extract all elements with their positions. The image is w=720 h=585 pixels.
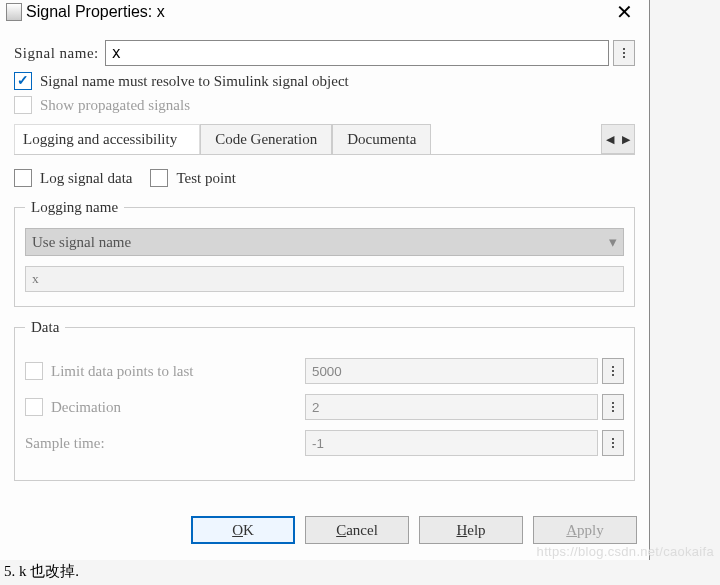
sample-time-action-button bbox=[602, 430, 624, 456]
watermark: https://blog.csdn.net/caokaifa bbox=[537, 544, 714, 559]
titlebar: Signal Properties: x ✕ bbox=[0, 0, 649, 28]
resolve-label: Signal name must resolve to Simulink sig… bbox=[40, 73, 349, 90]
limit-input bbox=[305, 358, 598, 384]
log-signal-checkbox[interactable] bbox=[14, 169, 32, 187]
chevron-down-icon: ▾ bbox=[609, 233, 617, 251]
logging-name-value bbox=[25, 266, 624, 292]
dialog-window: Signal Properties: x ✕ Signal name: Sign… bbox=[0, 0, 650, 560]
tab-scroll[interactable]: ◀ ▶ bbox=[601, 124, 635, 154]
decimation-checkbox bbox=[25, 398, 43, 416]
show-propagated-label: Show propagated signals bbox=[40, 97, 190, 114]
tab-scroll-left-icon[interactable]: ◀ bbox=[602, 125, 618, 153]
tab-scroll-right-icon[interactable]: ▶ bbox=[618, 125, 634, 153]
footer-text: 5. k 也改掉. bbox=[4, 562, 79, 581]
sample-time-input bbox=[305, 430, 598, 456]
app-icon bbox=[6, 3, 22, 21]
sample-time-label: Sample time: bbox=[25, 435, 105, 452]
resolve-checkbox[interactable] bbox=[14, 72, 32, 90]
log-signal-label: Log signal data bbox=[40, 170, 132, 187]
apply-button: Apply bbox=[533, 516, 637, 544]
signal-name-label: Signal name: bbox=[14, 45, 99, 62]
tab-logging[interactable]: Logging and accessibility bbox=[14, 124, 200, 154]
signal-name-action-button[interactable] bbox=[613, 40, 635, 66]
tabstrip: Logging and accessibility Code Generatio… bbox=[14, 124, 635, 154]
signal-name-input[interactable] bbox=[105, 40, 609, 66]
help-button[interactable]: Help bbox=[419, 516, 523, 544]
ok-button[interactable]: OK bbox=[191, 516, 295, 544]
logging-name-mode-value: Use signal name bbox=[32, 234, 131, 251]
limit-checkbox bbox=[25, 362, 43, 380]
logging-name-group: Logging name Use signal name ▾ bbox=[14, 199, 635, 307]
logging-name-legend: Logging name bbox=[25, 199, 124, 216]
decimation-label: Decimation bbox=[51, 399, 121, 416]
test-point-label: Test point bbox=[176, 170, 235, 187]
data-group: Data Limit data points to last Decimatio… bbox=[14, 319, 635, 481]
cancel-button[interactable]: Cancel bbox=[305, 516, 409, 544]
limit-action-button bbox=[602, 358, 624, 384]
test-point-checkbox[interactable] bbox=[150, 169, 168, 187]
decimation-input bbox=[305, 394, 598, 420]
show-propagated-checkbox bbox=[14, 96, 32, 114]
data-legend: Data bbox=[25, 319, 65, 336]
window-title: Signal Properties: x bbox=[26, 3, 165, 21]
tab-documentation[interactable]: Documenta bbox=[332, 124, 431, 154]
tab-codegen[interactable]: Code Generation bbox=[200, 124, 332, 154]
decimation-action-button bbox=[602, 394, 624, 420]
close-button[interactable]: ✕ bbox=[606, 0, 643, 24]
logging-name-mode-select: Use signal name ▾ bbox=[25, 228, 624, 256]
limit-label: Limit data points to last bbox=[51, 363, 194, 380]
